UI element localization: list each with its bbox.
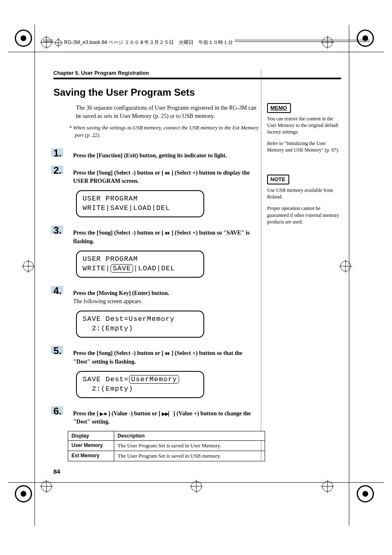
step-1: 1 Press the [Function] (Exit) button, ge… — [53, 147, 259, 160]
rewind-icon — [165, 350, 170, 356]
book-header-text: RG-3M_e3.book 84 ページ ２００８年３月２５日 火曜日 午前１０… — [53, 39, 235, 46]
step-number: 3 — [53, 225, 62, 236]
table-header-display: Display — [68, 431, 114, 441]
rewind-icon — [165, 230, 170, 236]
step-2-text: Press the [Song] (Select -) button or [ … — [73, 170, 250, 184]
chapter-rule — [53, 78, 341, 79]
table-header-row: Display Description — [68, 431, 265, 441]
dest-table: Display Description User Memory The User… — [68, 431, 265, 461]
reg-target-bl — [41, 481, 62, 502]
section-title: Saving the User Program Sets — [53, 87, 259, 98]
table-cell: Ext Memory — [68, 451, 114, 461]
memo-text: Refer to "Initializing the User Memory a… — [267, 140, 341, 153]
lcd-display: SAVE Dest=UserMemory 2:(Empty) — [76, 311, 204, 338]
table-cell: The User Program Set is saved in USB mem… — [114, 451, 265, 461]
play-stop-icon — [100, 410, 106, 417]
table-header-description: Description — [114, 431, 265, 441]
crop-line — [35, 25, 35, 526]
memo-badge: MEMO — [267, 103, 291, 113]
note-badge: NOTE — [267, 175, 289, 184]
step-5: 5 Press the [Song] (Select -) button or … — [53, 345, 259, 366]
step-number: 6 — [53, 405, 62, 417]
reg-target-left — [23, 261, 44, 281]
reg-target-br — [322, 481, 343, 502]
step-4-text: Press the [Moving Key] (Enter) button. — [73, 290, 169, 296]
main-column: Saving the User Program Sets The 36 sepa… — [53, 87, 259, 461]
table-cell: User Memory — [68, 441, 114, 451]
lcd-display: USER PROGRAM WRITE|SAVE|LOAD|DEL — [76, 190, 204, 217]
lcd-display: SAVE Dest=UserMemory 2:(Empty) — [76, 371, 204, 398]
note-text: Proper operation cannot be guaranteed if… — [267, 205, 341, 225]
step-1-text: Press the [Function] (Exit) button, gett… — [73, 152, 227, 159]
fast-forward-icon — [162, 410, 172, 417]
intro-paragraph: The 36 separate configurations of User P… — [76, 104, 259, 120]
step-6: 6 Press the [ ] (Value -) button or [ ] … — [53, 405, 259, 426]
crop-line — [8, 482, 384, 483]
crop-line — [8, 52, 384, 52]
step-number: 4 — [53, 285, 62, 297]
memo-text: You can restore the content in the User … — [267, 115, 341, 136]
step-number: 1 — [53, 147, 62, 159]
step-3-text: Press the [Song] (Select -) button or [ … — [73, 230, 249, 244]
corner-mark-tl — [15, 30, 35, 50]
step-number: 2 — [53, 165, 62, 176]
corner-mark-bl — [15, 485, 35, 506]
chapter-title: Chapter 5. User Program Registration — [53, 70, 341, 76]
step-number: 5 — [53, 345, 62, 357]
step-6-text: Press the [ ] (Value -) button or [ ] (V… — [73, 410, 251, 425]
table-row: Ext Memory The User Program Set is saved… — [68, 451, 265, 461]
footnote: * When saving the settings to USB memory… — [69, 124, 259, 139]
table-cell: The User Program Set is saved in User Me… — [114, 441, 265, 451]
lcd-display: USER PROGRAM WRITE|SAVE|LOAD|DEL — [76, 251, 204, 278]
note-text: Use USB memory available from Roland. — [267, 187, 341, 200]
step-2: 2 Press the [Song] (Select -) button or … — [53, 165, 259, 186]
reg-target-bc — [191, 481, 212, 502]
step-5-text: Press the [Song] (Select -) button or [ … — [73, 350, 242, 364]
sidebar-column: MEMO You can restore the content in the … — [267, 87, 341, 230]
reg-target-right — [340, 261, 361, 281]
step-4-subtext: The following screen appears. — [73, 298, 143, 304]
table-row: User Memory The User Program Set is save… — [68, 441, 265, 451]
corner-mark-br — [357, 485, 377, 506]
page-number: 84 — [53, 468, 60, 475]
crop-line — [349, 25, 349, 526]
step-3: 3 Press the [Song] (Select -) button or … — [53, 225, 259, 246]
rewind-icon — [165, 170, 170, 176]
step-4: 4 Press the [Moving Key] (Enter) button.… — [53, 285, 259, 306]
